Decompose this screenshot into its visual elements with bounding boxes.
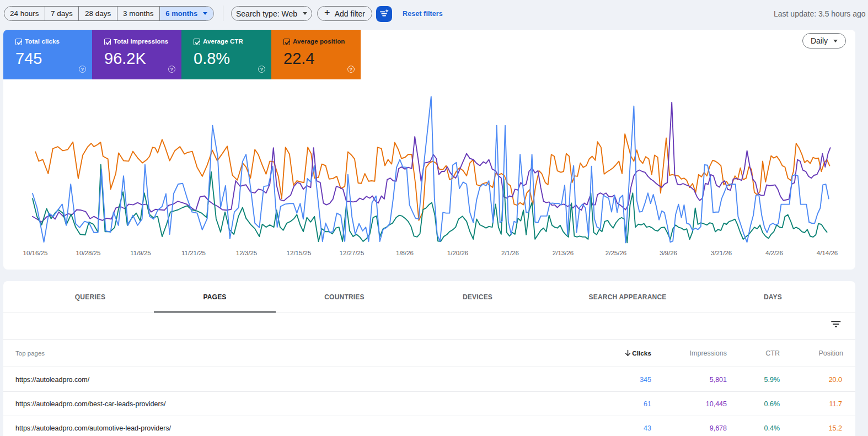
svg-text:10/16/25: 10/16/25 — [23, 250, 48, 256]
svg-text:11/9/25: 11/9/25 — [130, 250, 151, 256]
svg-text:4/2/26: 4/2/26 — [765, 250, 783, 256]
svg-text:11/21/25: 11/21/25 — [181, 250, 206, 256]
svg-text:12/3/25: 12/3/25 — [236, 250, 257, 256]
svg-text:2/25/26: 2/25/26 — [606, 250, 626, 256]
svg-text:2/13/26: 2/13/26 — [553, 250, 574, 256]
svg-text:1/20/26: 1/20/26 — [447, 250, 468, 256]
svg-text:3/21/26: 3/21/26 — [711, 250, 732, 256]
svg-text:1/8/26: 1/8/26 — [396, 250, 414, 256]
svg-text:12/27/25: 12/27/25 — [340, 250, 365, 256]
svg-text:3/9/26: 3/9/26 — [660, 250, 677, 256]
svg-text:12/15/25: 12/15/25 — [287, 250, 312, 256]
svg-text:10/28/25: 10/28/25 — [76, 250, 101, 256]
svg-text:2/1/26: 2/1/26 — [501, 250, 519, 256]
svg-text:4/14/26: 4/14/26 — [817, 250, 838, 256]
